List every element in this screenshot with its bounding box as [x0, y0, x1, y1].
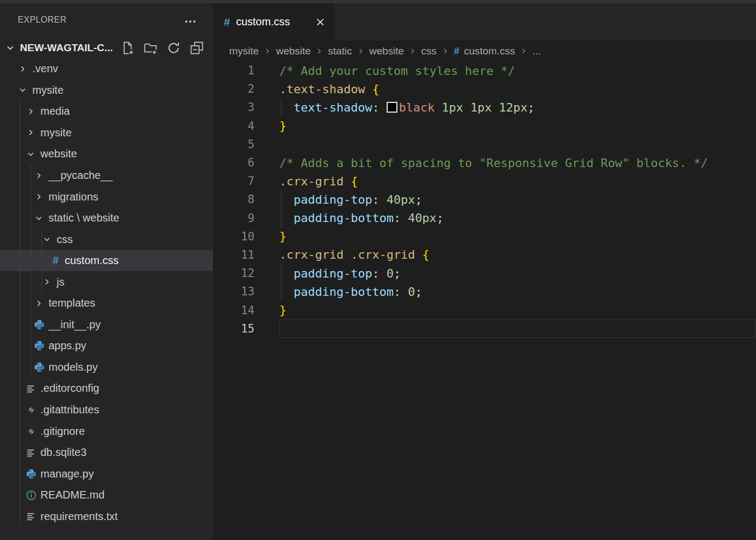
tree-item-label: .venv: [32, 63, 58, 75]
line-number: 9: [213, 212, 255, 225]
chevron-right-icon: [26, 106, 36, 117]
color-swatch[interactable]: [387, 102, 397, 113]
tree-folder-migrations[interactable]: migrations: [0, 186, 213, 207]
tree-file-manage-py[interactable]: manage.py: [0, 463, 213, 484]
code-line-content: padding-bottom: 0;: [279, 282, 756, 301]
line-number: 1: [213, 64, 255, 77]
new-folder-button[interactable]: [143, 40, 157, 55]
tree-folder-venv[interactable]: .venv: [0, 58, 213, 80]
explorer-more-actions-button[interactable]: [182, 14, 198, 29]
breadcrumb-item-static[interactable]: static: [328, 45, 352, 57]
tree-indent-guide: [51, 250, 52, 271]
collapse-all-icon: [190, 41, 204, 55]
chevron-down-icon: [26, 149, 36, 160]
tree-file-db-sqlite3[interactable]: db.sqlite3: [0, 442, 213, 463]
tree-file-gitattributes[interactable]: .gitattributes: [0, 399, 213, 421]
tree-item-label: mysite: [40, 127, 72, 139]
collapse-folders-button[interactable]: [189, 40, 204, 55]
tree-file-models-py[interactable]: models.py: [0, 357, 213, 378]
new-file-button[interactable]: [120, 40, 134, 55]
code-line-13: 13 padding-bottom: 0;: [213, 282, 756, 301]
chevron-right-icon: [314, 46, 325, 56]
tree-item-label: static \ website: [49, 212, 119, 224]
tree-folder-mysite[interactable]: mysite: [0, 80, 213, 101]
tree-item-label: models.py: [49, 361, 98, 373]
code-line-1: 1/* Add your custom styles here */: [213, 61, 756, 80]
code-line-7: 7.crx-grid {: [213, 172, 756, 190]
tree-file-requirements-txt[interactable]: requirements.txt: [0, 506, 213, 527]
project-name: NEW-WAGTAIL-C...: [20, 42, 113, 54]
refresh-explorer-button[interactable]: [166, 40, 181, 55]
code-line-11: 11.crx-grid .crx-grid {: [213, 246, 756, 264]
code-editor[interactable]: 1/* Add your custom styles here */2.text…: [213, 61, 756, 540]
tree-folder-css[interactable]: css: [0, 229, 213, 250]
chevron-right-icon: [34, 170, 44, 181]
tree-file-readme-md[interactable]: README.md: [0, 484, 213, 506]
tree-file-custom-css[interactable]: #custom.css: [0, 250, 213, 272]
tree-item-label: migrations: [49, 191, 98, 203]
code-line-content: /* Adds a bit of spacing to "Responsive …: [279, 154, 756, 172]
code-line-content: padding-top: 40px;: [279, 190, 756, 209]
editor-group: # custom.css mysitewebsitestaticwebsitec…: [213, 3, 756, 540]
code-line-10: 10}: [213, 227, 756, 246]
code-line-5: 5: [213, 135, 756, 154]
explorer-sidebar: EXPLORER NEW-WAGTAIL-C...: [0, 3, 213, 540]
tree-item-label: css: [57, 233, 73, 246]
tree-folder-mysite[interactable]: mysite: [0, 122, 213, 144]
breadcrumb-item-file[interactable]: custom.css: [464, 45, 515, 57]
close-tab-button[interactable]: [314, 16, 327, 29]
chevron-right-icon: [440, 46, 451, 56]
code-line-8: 8 padding-top: 40px;: [213, 190, 756, 209]
line-number: 3: [213, 101, 255, 114]
line-number: 7: [213, 175, 255, 188]
code-line-content: text-shadow: black 1px 1px 12px;: [279, 98, 756, 116]
code-line-content: }: [279, 227, 756, 246]
tree-item-label: manage.py: [40, 468, 94, 480]
tree-folder-templates[interactable]: templates: [0, 293, 213, 314]
tree-file-init-py[interactable]: __init__.py: [0, 314, 213, 336]
line-number: 4: [213, 120, 255, 133]
tree-item-label: .editorconfig: [40, 382, 99, 394]
tree-item-label: apps.py: [49, 340, 86, 352]
code-line-content: }: [279, 301, 756, 319]
line-number: 13: [213, 285, 255, 298]
explorer-toolbar: [120, 40, 204, 55]
tab-bar: # custom.css: [213, 3, 756, 40]
css-file-icon: #: [224, 16, 230, 29]
chevron-right-icon: [18, 64, 28, 74]
tree-folder-pycache[interactable]: __pycache__: [0, 165, 213, 186]
line-number: 15: [213, 322, 255, 335]
breadcrumb-item-website[interactable]: website: [276, 45, 311, 57]
chevron-right-icon: [26, 127, 36, 138]
tree-file-editorconfig[interactable]: .editorconfig: [0, 378, 213, 399]
tab-custom-css[interactable]: # custom.css: [213, 3, 334, 40]
line-number: 2: [213, 82, 255, 95]
project-root-row[interactable]: NEW-WAGTAIL-C...: [0, 38, 213, 58]
git-file-icon: [26, 425, 37, 437]
tree-item-label: js: [57, 276, 64, 288]
line-number: 10: [213, 230, 255, 243]
breadcrumb-item-mysite[interactable]: mysite: [229, 45, 259, 57]
refresh-icon: [167, 41, 181, 55]
breadcrumb-more[interactable]: ...: [532, 45, 541, 57]
chevron-down-icon: [18, 85, 28, 95]
tree-file-apps-py[interactable]: apps.py: [0, 335, 213, 357]
tree-folder-website[interactable]: website: [0, 143, 213, 165]
chevron-right-icon: [42, 276, 52, 287]
tree-folder-js[interactable]: js: [0, 271, 213, 293]
breadcrumb-item-css[interactable]: css: [421, 45, 437, 57]
code-line-content: padding-bottom: 40px;: [279, 209, 756, 227]
code-line-content: /* Add your custom styles here */: [279, 61, 756, 80]
tree-indent-guide: [31, 165, 31, 378]
explorer-title: EXPLORER: [18, 15, 66, 25]
code-line-6: 6/* Adds a bit of spacing to "Responsive…: [213, 154, 756, 172]
breadcrumb-item-website[interactable]: website: [369, 45, 404, 57]
chevron-down-icon: [5, 43, 16, 53]
chevron-down-icon: [34, 213, 44, 224]
tree-file-gitignore[interactable]: .gitignore: [0, 420, 213, 442]
tab-label: custom.css: [236, 16, 314, 28]
line-number: 12: [213, 267, 255, 280]
tree-folder-static-website[interactable]: static \ website: [0, 207, 213, 229]
tree-folder-media[interactable]: media: [0, 101, 213, 122]
tree-item-label: mysite: [32, 84, 64, 96]
